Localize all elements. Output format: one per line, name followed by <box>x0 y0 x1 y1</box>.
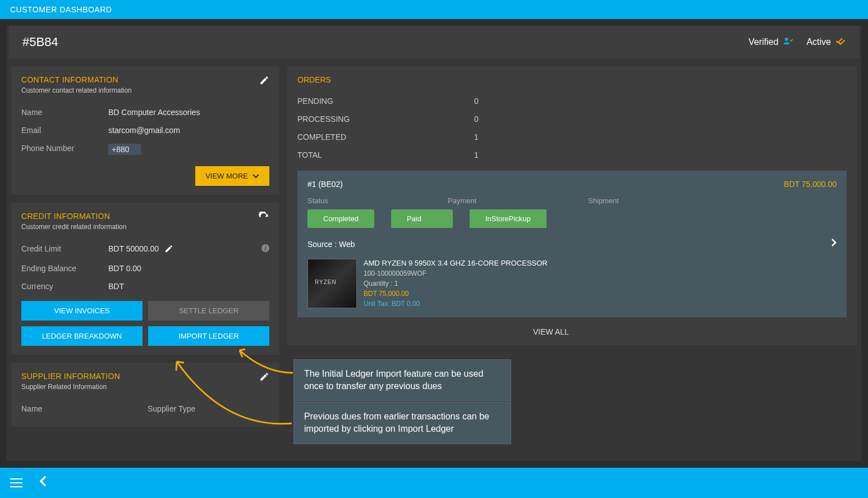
bottom-bar <box>0 468 868 498</box>
title-bar: #5B84 Verified Active <box>9 26 859 58</box>
status-label: Status <box>307 197 369 205</box>
contact-card: CONTACT INFORMATION Customer contact rel… <box>11 66 279 195</box>
order-item[interactable]: #1 (BE02) BDT 75,000.00 Status Payment S… <box>297 171 847 317</box>
payment-badge: Paid <box>391 209 453 228</box>
supplier-sub: Supplier Related Information <box>21 383 120 391</box>
settle-ledger-button[interactable]: SETTLE LEDGER <box>148 301 269 321</box>
contact-sub: Customer contact related information <box>21 86 132 94</box>
view-more-button[interactable]: VIEW MORE <box>195 166 269 186</box>
currency-value: BDT <box>108 282 124 291</box>
annotation-2: Previous dues from earlier transactions … <box>293 402 511 444</box>
total-label: TOTAL <box>297 150 474 159</box>
active-status: Active <box>806 37 846 47</box>
supplier-title: SUPPLIER INFORMATION <box>21 372 120 381</box>
balance-value: BDT 0.00 <box>108 264 141 273</box>
pencil-icon[interactable] <box>259 75 269 88</box>
ledger-breakdown-button[interactable]: LEDGER BREAKDOWN <box>21 326 143 346</box>
header-title: CUSTOMER DASHBOARD <box>10 5 112 14</box>
shipment-label: Shipment <box>588 197 650 205</box>
pencil-icon[interactable] <box>164 244 173 255</box>
info-icon[interactable]: i <box>261 244 269 252</box>
status-badge: Completed <box>307 209 374 228</box>
credit-sub: Customer credit related information <box>21 223 126 231</box>
completed-label: COMPLETED <box>297 133 474 141</box>
supplier-type-label: Supplier Type <box>148 404 235 413</box>
shipment-badge: InStorePickup <box>470 209 546 228</box>
email-label: Email <box>21 126 108 135</box>
verified-status: Verified <box>748 36 793 48</box>
annotation-1: The Initial Ledger Import feature can be… <box>293 359 511 401</box>
hamburger-icon[interactable] <box>10 478 22 487</box>
balance-label: Ending Balance <box>21 264 108 273</box>
name-value: BD Computer Accessories <box>108 108 200 117</box>
top-header: CUSTOMER DASHBOARD <box>0 0 868 19</box>
check-icon <box>835 37 846 47</box>
credit-title: CREDIT INFORMATION <box>21 212 126 221</box>
product-name: AMD RYZEN 9 5950X 3.4 GHZ 16-CORE PROCES… <box>364 259 548 267</box>
orders-card: ORDERS PENDING0 PROCESSING0 COMPLETED1 T… <box>287 66 857 345</box>
view-invoices-button[interactable]: VIEW INVOICES <box>21 301 143 321</box>
customer-code: #5B84 <box>22 35 58 49</box>
order-price: BDT 75,000.00 <box>784 180 837 189</box>
payment-label: Payment <box>448 197 509 205</box>
source-label: Source : Web <box>307 240 355 249</box>
product-sku: 100-100000059WOF <box>364 269 548 277</box>
pencil-icon[interactable] <box>259 372 269 384</box>
product-tax: Unit Tax: BDT 0.00 <box>364 300 548 308</box>
total-value: 1 <box>474 150 479 159</box>
orders-title: ORDERS <box>297 75 847 84</box>
pending-value: 0 <box>474 97 479 106</box>
credit-card: CREDIT INFORMATION Customer credit relat… <box>11 203 279 355</box>
processing-value: 0 <box>474 115 479 124</box>
email-value: starcom@gmail.com <box>108 126 180 135</box>
limit-label: Credit Limit <box>21 244 108 255</box>
currency-label: Currency <box>21 282 108 291</box>
phone-label: Phone Number <box>21 144 108 155</box>
refresh-icon[interactable] <box>258 212 269 225</box>
chevron-right-icon[interactable] <box>831 238 837 250</box>
back-arrow-icon[interactable] <box>39 475 47 491</box>
user-check-icon <box>783 36 793 48</box>
product-qty: Quantity : 1 <box>364 280 548 287</box>
phone-value: +880 <box>108 144 141 155</box>
order-id: #1 (BE02) <box>307 180 343 189</box>
processing-label: PROCESSING <box>297 115 474 124</box>
limit-value: BDT 50000.00 <box>108 244 159 255</box>
supplier-name-label: Name <box>21 404 108 413</box>
product-price: BDT 75,000.00 <box>364 290 548 298</box>
view-all-link[interactable]: VIEW ALL <box>533 327 569 336</box>
supplier-card: SUPPLIER INFORMATION Supplier Related In… <box>11 363 279 427</box>
product-image <box>307 259 357 308</box>
completed-value: 1 <box>474 133 479 141</box>
name-label: Name <box>21 108 108 117</box>
chevron-down-icon <box>252 172 259 180</box>
contact-title: CONTACT INFORMATION <box>21 75 132 84</box>
pending-label: PENDING <box>297 97 474 106</box>
import-ledger-button[interactable]: IMPORT LEDGER <box>148 326 269 346</box>
